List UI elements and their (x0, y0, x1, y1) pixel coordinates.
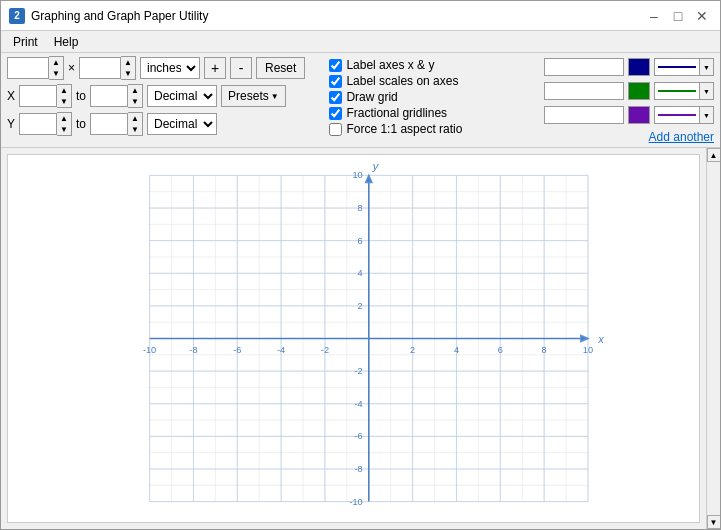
line-style-3[interactable]: ▼ (654, 106, 714, 124)
svg-text:x: x (597, 333, 604, 345)
x-to-up-button[interactable]: ▲ (128, 85, 142, 96)
y-to-down-button[interactable]: ▼ (128, 124, 142, 135)
x-from-spinner: -10 ▲ ▼ (19, 84, 72, 108)
label-axes-checkbox[interactable] (329, 59, 342, 72)
fractional-gridlines-label: Fractional gridlines (346, 106, 447, 120)
graph-area: -10-8-6-4-2246810-10-8-6-4-2246810 xy (7, 154, 700, 523)
svg-text:8: 8 (358, 203, 363, 213)
fractional-gridlines-checkbox[interactable] (329, 107, 342, 120)
minimize-button[interactable]: – (644, 6, 664, 26)
height-up-button[interactable]: ▲ (121, 57, 135, 68)
x-decimal-select[interactable]: Decimal Fraction (147, 85, 217, 107)
width-input[interactable]: 3.01 (7, 57, 49, 79)
times-symbol: × (68, 61, 75, 75)
line-style-arrow-2[interactable]: ▼ (699, 83, 713, 99)
x-to-input[interactable]: 10 (90, 85, 128, 107)
line-style-arrow-1[interactable]: ▼ (699, 59, 713, 75)
y-to-input[interactable]: 10 (90, 113, 128, 135)
width-up-button[interactable]: ▲ (49, 57, 63, 68)
x-label: X (7, 89, 15, 103)
text-input-2[interactable] (544, 82, 624, 100)
presets-dropdown-arrow: ▼ (271, 92, 279, 101)
middle-options: Label axes x & y Label scales on axes Dr… (313, 56, 462, 136)
force-aspect-label: Force 1:1 aspect ratio (346, 122, 462, 136)
y-from-input[interactable]: -10 (19, 113, 57, 135)
scrollbar-right: ▲ ▼ (706, 148, 720, 529)
units-select[interactable]: inches cm (140, 57, 200, 79)
graph-svg: -10-8-6-4-2246810-10-8-6-4-2246810 xy (8, 155, 699, 522)
height-spinner: 3.01 ▲ ▼ (79, 56, 136, 80)
x-from-up-button[interactable]: ▲ (57, 85, 71, 96)
maximize-button[interactable]: □ (668, 6, 688, 26)
title-bar: 2 Graphing and Graph Paper Utility – □ ✕ (1, 1, 720, 31)
full-toolbar: 3.01 ▲ ▼ × 3.01 ▲ ▼ (1, 53, 720, 148)
height-input[interactable]: 3.01 (79, 57, 121, 79)
line-style-1[interactable]: ▼ (654, 58, 714, 76)
x-from-down-button[interactable]: ▼ (57, 96, 71, 107)
menu-print[interactable]: Print (5, 33, 46, 51)
minus-button[interactable]: - (230, 57, 252, 79)
x-to-spinner: 10 ▲ ▼ (90, 84, 143, 108)
svg-text:2: 2 (358, 301, 363, 311)
y-from-spin-buttons: ▲ ▼ (57, 112, 72, 136)
add-another-link[interactable]: Add another (649, 130, 714, 144)
reset-button[interactable]: Reset (256, 57, 305, 79)
scroll-down-button[interactable]: ▼ (707, 515, 721, 529)
force-aspect-checkbox[interactable] (329, 123, 342, 136)
text-input-3[interactable] (544, 106, 624, 124)
y-range-row: Y -10 ▲ ▼ to 10 ▲ ▼ (7, 112, 305, 136)
svg-text:8: 8 (542, 345, 547, 355)
label-scales-checkbox[interactable] (329, 75, 342, 88)
svg-text:-2: -2 (355, 366, 363, 376)
color-box-3[interactable] (628, 106, 650, 124)
app-icon: 2 (9, 8, 25, 24)
width-spinner: 3.01 ▲ ▼ (7, 56, 64, 80)
text-input-1[interactable] (544, 58, 624, 76)
draw-grid-row: Draw grid (329, 90, 462, 104)
color-box-2[interactable] (628, 82, 650, 100)
add-another-row: Add another (544, 130, 714, 144)
svg-text:-2: -2 (321, 345, 329, 355)
x-from-input[interactable]: -10 (19, 85, 57, 107)
height-down-button[interactable]: ▼ (121, 68, 135, 79)
line-style-arrow-3[interactable]: ▼ (699, 107, 713, 123)
label-scales-label: Label scales on axes (346, 74, 458, 88)
y-decimal-group: Decimal Fraction (147, 113, 217, 135)
scroll-up-button[interactable]: ▲ (707, 148, 721, 162)
draw-grid-label: Draw grid (346, 90, 397, 104)
size-row: 3.01 ▲ ▼ × 3.01 ▲ ▼ (7, 56, 305, 80)
content-area: -10-8-6-4-2246810-10-8-6-4-2246810 xy ▲ … (1, 148, 720, 529)
window-title: Graphing and Graph Paper Utility (31, 9, 208, 23)
x-to-down-button[interactable]: ▼ (128, 96, 142, 107)
presets-label: Presets (228, 89, 269, 103)
y-from-up-button[interactable]: ▲ (57, 113, 71, 124)
svg-text:6: 6 (498, 345, 503, 355)
plus-button[interactable]: + (204, 57, 226, 79)
svg-text:-10: -10 (349, 497, 362, 507)
x-to-label: to (76, 89, 86, 103)
y-decimal-select[interactable]: Decimal Fraction (147, 113, 217, 135)
svg-text:10: 10 (583, 345, 593, 355)
width-down-button[interactable]: ▼ (49, 68, 63, 79)
color-box-1[interactable] (628, 58, 650, 76)
x-to-spin-buttons: ▲ ▼ (128, 84, 143, 108)
window-controls: – □ ✕ (644, 6, 712, 26)
svg-marker-67 (366, 175, 372, 182)
label-scales-row: Label scales on axes (329, 74, 462, 88)
menu-help[interactable]: Help (46, 33, 87, 51)
height-spin-buttons: ▲ ▼ (121, 56, 136, 80)
y-from-down-button[interactable]: ▼ (57, 124, 71, 135)
draw-grid-checkbox[interactable] (329, 91, 342, 104)
y-to-spinner: 10 ▲ ▼ (90, 112, 143, 136)
close-button[interactable]: ✕ (692, 6, 712, 26)
color-row-3: ▼ (544, 106, 714, 124)
presets-button[interactable]: Presets ▼ (221, 85, 286, 107)
y-to-up-button[interactable]: ▲ (128, 113, 142, 124)
svg-text:-6: -6 (355, 431, 363, 441)
y-label: Y (7, 117, 15, 131)
svg-text:6: 6 (358, 236, 363, 246)
line-style-2[interactable]: ▼ (654, 82, 714, 100)
svg-text:-10: -10 (143, 345, 156, 355)
svg-marker-65 (581, 335, 588, 341)
svg-text:10: 10 (352, 170, 362, 180)
